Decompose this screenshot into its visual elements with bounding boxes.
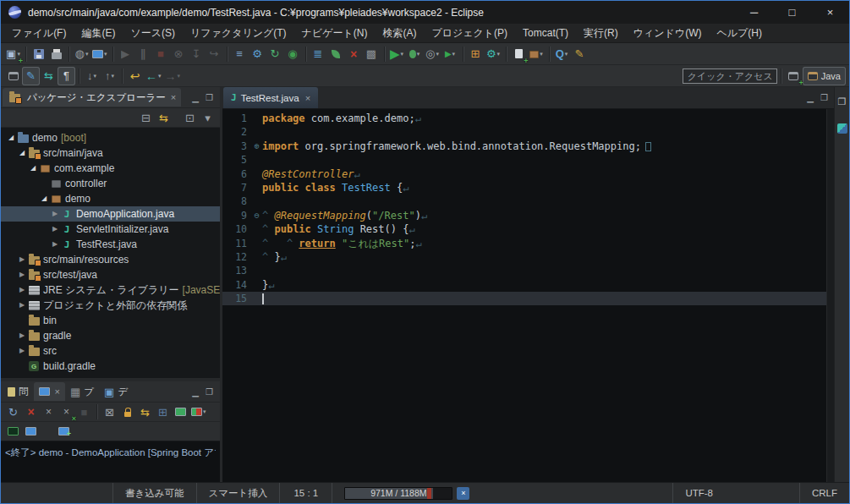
menu-item[interactable]: ナビゲート(N) <box>294 24 376 42</box>
expand-arrow-icon[interactable]: ▶ <box>50 241 60 248</box>
expand-arrow-icon[interactable]: ▶ <box>50 226 60 233</box>
debug[interactable]: ▾ <box>406 45 424 63</box>
editor-line[interactable]: 7public class TestRest {↵ <box>222 181 834 194</box>
expand-arrow-icon[interactable]: ▶ <box>17 287 27 293</box>
tomcat-restart[interactable]: ↻ <box>266 45 284 63</box>
tomcat-start[interactable]: ⚙ <box>249 45 266 63</box>
java-perspective-button[interactable]: Java <box>803 67 846 85</box>
expand-arrow-icon[interactable]: ▶ <box>17 302 27 309</box>
open-console-view[interactable]: ≣ <box>310 45 327 63</box>
editor-line[interactable]: 8 <box>222 194 834 208</box>
show-selected-element[interactable]: ⇆ <box>40 67 58 85</box>
tree-item[interactable]: ▶JTestRest.java <box>1 237 220 252</box>
tab-testrest-java[interactable]: J TestRest.java × <box>223 87 318 108</box>
maximize-view-icon[interactable]: ❐ <box>820 93 828 102</box>
open-task[interactable]: ✎ <box>571 45 589 63</box>
tree-item[interactable]: ▶gradle <box>1 328 220 343</box>
display-selected-console[interactable] <box>172 403 189 421</box>
tree-item[interactable]: ◢demo[boot] <box>1 130 220 145</box>
console-page-terminated[interactable] <box>4 422 22 441</box>
scroll-lock[interactable] <box>118 403 136 421</box>
link-with-editor[interactable]: ⇆ <box>155 108 173 127</box>
menu-item[interactable]: 編集(E) <box>74 24 123 42</box>
tree-item[interactable]: ▶src <box>1 343 220 359</box>
run-last-tool[interactable]: ▶▾ <box>441 45 459 63</box>
last-edit-location[interactable]: ↩ <box>126 67 144 85</box>
tab-debug[interactable]: ▣デ <box>99 382 133 401</box>
tree-item[interactable]: ◢com.example <box>1 161 220 176</box>
new-class[interactable]: + <box>510 45 528 63</box>
tab-package-explorer[interactable]: パッケージ・エクスプローラー × <box>3 88 181 107</box>
tree-item[interactable]: ▶JServletInitializer.java <box>1 222 220 237</box>
editor-line[interactable]: 12^ }↵ <box>222 250 834 264</box>
minimize-view-icon[interactable]: ▁ <box>192 387 199 397</box>
tomcat-stop[interactable]: × <box>345 45 363 63</box>
console-page-active[interactable] <box>22 422 40 441</box>
minimize-view-icon[interactable]: ▁ <box>807 93 814 102</box>
minimize-view-icon[interactable]: ▁ <box>192 93 199 102</box>
open-perspective-button[interactable]: + <box>785 67 803 85</box>
expand-arrow-icon[interactable]: ▶ <box>17 271 27 278</box>
tab-progress[interactable]: ▦プ <box>65 382 99 401</box>
start-server[interactable]: ▾ <box>90 45 109 63</box>
tab-problems[interactable]: 問 <box>3 382 34 401</box>
terminate[interactable]: ■ <box>152 45 170 63</box>
tree-item[interactable]: ▶src/main/resources <box>1 252 220 267</box>
fold-marker-icon[interactable]: ⊕ <box>251 140 262 153</box>
expand-arrow-icon[interactable]: ▶ <box>17 256 27 263</box>
new-package[interactable]: ▾ <box>528 45 546 63</box>
editor-line[interactable]: 6@RestController↵ <box>222 167 834 181</box>
close-tab-icon[interactable]: × <box>305 93 310 103</box>
menu-item[interactable]: 実行(R) <box>576 24 626 42</box>
editor-line[interactable]: 10^ public String Rest() {↵ <box>222 222 834 236</box>
expand-arrow-icon[interactable]: ◢ <box>17 150 27 156</box>
fold-marker-icon[interactable]: ⊖ <box>251 209 262 222</box>
tree-item[interactable]: ◢src/main/java <box>1 145 220 161</box>
menu-item[interactable]: ウィンドウ(W) <box>626 24 710 42</box>
run-gc-button[interactable]: × <box>457 487 469 500</box>
tree-item[interactable]: ◢demo <box>1 191 220 206</box>
maximize-view-icon[interactable]: ❐ <box>206 93 213 102</box>
previous-annotation[interactable]: ↑▾ <box>101 67 118 85</box>
collapse-all[interactable]: ⊟ <box>137 108 155 127</box>
tree-item[interactable]: bin <box>1 313 220 328</box>
editor-line[interactable]: 11^ ^ return "これはRest";↵ <box>222 237 834 250</box>
new-wizard[interactable]: ▣+▾ <box>4 45 22 63</box>
expand-arrow-icon[interactable]: ◢ <box>39 195 49 202</box>
run-on-server[interactable]: ◉ <box>284 45 302 63</box>
tree-item[interactable]: ▶src/test/java <box>1 267 220 282</box>
tree-item[interactable]: Gbuild.gradle <box>1 359 220 374</box>
expand-arrow-icon[interactable]: ▶ <box>17 332 27 339</box>
open-new-console[interactable] <box>55 422 73 441</box>
editor-line[interactable]: 5 <box>222 153 834 167</box>
remove-all-launches[interactable]: ×× <box>58 403 75 421</box>
tab-console[interactable]: × <box>34 382 65 401</box>
editor-line[interactable]: 2 <box>222 125 834 139</box>
maximize-view-icon[interactable]: ❐ <box>206 387 213 397</box>
close-view-icon[interactable]: × <box>171 92 176 102</box>
run[interactable]: ▶▾ <box>388 45 406 63</box>
spring-tools[interactable] <box>327 45 345 63</box>
editor-line[interactable]: 14}↵ <box>222 278 834 292</box>
menu-item[interactable]: リファクタリング(T) <box>183 24 294 42</box>
suspend[interactable]: ∥ <box>134 45 152 63</box>
external-tools[interactable]: ◎▾ <box>424 45 441 63</box>
save-file[interactable] <box>30 45 47 63</box>
maximize-button[interactable]: □ <box>773 1 811 24</box>
view-menu[interactable]: ▾ <box>199 108 217 127</box>
step-over[interactable]: ↪ <box>206 45 223 63</box>
restore-view-button[interactable]: ❐ <box>833 92 850 111</box>
tree-item[interactable]: ▶プロジェクトと外部の依存関係 <box>1 298 220 313</box>
terminate-process[interactable]: × <box>22 403 40 421</box>
quick-access-input[interactable] <box>683 68 777 84</box>
resume[interactable]: ▶ <box>117 45 134 63</box>
forward-history[interactable]: →▾ <box>163 67 183 85</box>
new-java-project[interactable]: ⊞ <box>467 45 485 63</box>
console-content[interactable]: <終了> demo - DemoApplication [Spring Boot… <box>1 441 220 482</box>
expand-arrow-icon[interactable]: ▶ <box>50 211 60 217</box>
focus-on-active-task[interactable]: ⊡ <box>181 108 199 127</box>
clear-console[interactable]: ⊠ <box>101 403 118 421</box>
close-view-icon[interactable]: × <box>55 386 60 397</box>
next-editor[interactable] <box>4 67 22 85</box>
show-whitespace[interactable]: ¶ <box>58 67 75 85</box>
